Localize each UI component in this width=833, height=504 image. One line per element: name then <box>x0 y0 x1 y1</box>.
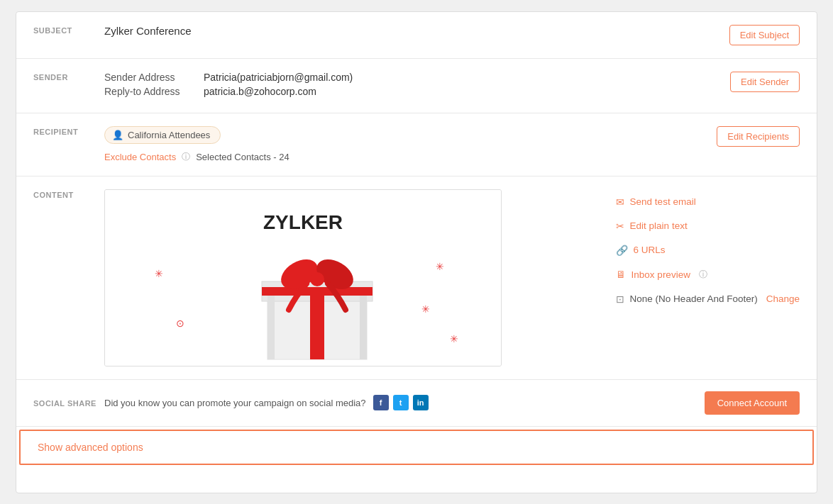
subject-row: SUBJECT Zylker Conference Edit Subject <box>16 12 817 59</box>
edit-recipients-button[interactable]: Edit Recipients <box>717 126 800 147</box>
recipient-row: RECIPIENT 👤 California Attendees Exclude… <box>16 113 817 177</box>
advanced-options-row: Show advanced options <box>19 430 814 465</box>
social-content: Did you know you can promote your campai… <box>104 395 705 410</box>
svg-rect-3 <box>262 287 373 296</box>
recipient-content: 👤 California Attendees Exclude Contacts … <box>104 126 717 163</box>
content-actions: ✉ Send test email ✂ Edit plain text 🔗 6 … <box>616 189 800 305</box>
subject-content: Zylker Conference <box>104 25 729 38</box>
recipient-tag[interactable]: 👤 California Attendees <box>104 126 221 144</box>
reply-address-line: Reply-to Address patricia.b@zohocorp.com <box>104 86 730 97</box>
header-footer-text: None (No Header And Footer) <box>630 293 758 304</box>
sender-address-label: Sender Address <box>104 72 204 83</box>
content-row: CONTENT ZYLKER ✳ ✳ ⊙ ✳ ✳ <box>16 177 817 380</box>
subject-label: SUBJECT <box>33 25 104 35</box>
inbox-info-icon[interactable]: ⓘ <box>699 269 707 281</box>
inbox-preview-link[interactable]: 🖥 Inbox preview ⓘ <box>616 269 800 281</box>
selected-contacts-text: Selected Contacts - 24 <box>196 152 289 162</box>
recipient-label: RECIPIENT <box>33 126 104 136</box>
facebook-icon[interactable]: f <box>373 395 389 410</box>
urls-link[interactable]: 🔗 6 URLs <box>616 245 800 256</box>
sender-address-value: Patricia(patriciabjorn@gmail.com) <box>204 72 353 83</box>
change-link[interactable]: Change <box>766 293 800 304</box>
edit-plain-text-link[interactable]: ✂ Edit plain text <box>616 220 800 232</box>
email-preview: ZYLKER ✳ ✳ ⊙ ✳ ✳ <box>104 189 502 366</box>
content-label: CONTENT <box>33 189 104 199</box>
sparkle-4: ✳ <box>421 303 430 315</box>
edit-sender-button[interactable]: Edit Sender <box>730 72 800 92</box>
svg-rect-2 <box>310 296 324 359</box>
exclude-contacts-link[interactable]: Exclude Contacts <box>104 152 176 162</box>
header-footer-row: ⊡ None (No Header And Footer) Change <box>616 293 800 305</box>
sparkle-1: ✳ <box>155 268 163 279</box>
send-test-icon: ✉ <box>616 196 624 208</box>
social-row: SOCIAL SHARE Did you know you can promot… <box>16 380 817 427</box>
sparkle-3: ⊙ <box>176 318 184 329</box>
inbox-preview-icon: 🖥 <box>616 269 626 280</box>
exclude-row: Exclude Contacts ⓘ Selected Contacts - 2… <box>104 151 717 163</box>
svg-point-6 <box>310 272 324 286</box>
svg-rect-7 <box>267 296 275 359</box>
social-label: SOCIAL SHARE <box>33 398 104 408</box>
sender-content: Sender Address Patricia(patriciabjorn@gm… <box>104 72 730 100</box>
main-card: SUBJECT Zylker Conference Edit Subject S… <box>16 11 817 493</box>
sender-address-line: Sender Address Patricia(patriciabjorn@gm… <box>104 72 730 83</box>
reply-address-value: patricia.b@zohocorp.com <box>204 86 316 97</box>
sparkle-2: ✳ <box>436 261 444 272</box>
tag-contacts-icon: 👤 <box>112 130 123 140</box>
content-area: ZYLKER ✳ ✳ ⊙ ✳ ✳ <box>104 189 595 366</box>
gift-box <box>246 235 388 366</box>
connect-account-button[interactable]: Connect Account <box>705 391 800 415</box>
social-message: Did you know you can promote your campai… <box>104 398 366 408</box>
exclude-info-icon[interactable]: ⓘ <box>182 151 190 163</box>
edit-subject-button[interactable]: Edit Subject <box>729 25 800 45</box>
header-footer-icon: ⊡ <box>616 293 624 305</box>
linkedin-icon[interactable]: in <box>413 395 429 410</box>
recipient-tag-label: California Attendees <box>128 130 210 140</box>
urls-icon: 🔗 <box>616 245 628 256</box>
twitter-icon[interactable]: t <box>393 395 409 410</box>
preview-title: ZYLKER <box>263 211 343 234</box>
preview-inner: ZYLKER ✳ ✳ ⊙ ✳ ✳ <box>105 190 501 366</box>
sender-label: SENDER <box>33 72 104 82</box>
subject-value: Zylker Conference <box>104 23 192 37</box>
send-test-email-link[interactable]: ✉ Send test email <box>616 196 800 208</box>
show-advanced-options-link[interactable]: Show advanced options <box>38 442 143 453</box>
edit-plain-icon: ✂ <box>616 220 624 232</box>
sparkle-5: ✳ <box>450 333 458 345</box>
reply-address-label: Reply-to Address <box>104 86 204 97</box>
svg-rect-8 <box>360 296 367 359</box>
sender-row: SENDER Sender Address Patricia(patriciab… <box>16 59 817 113</box>
social-icons: f t in <box>373 395 429 410</box>
